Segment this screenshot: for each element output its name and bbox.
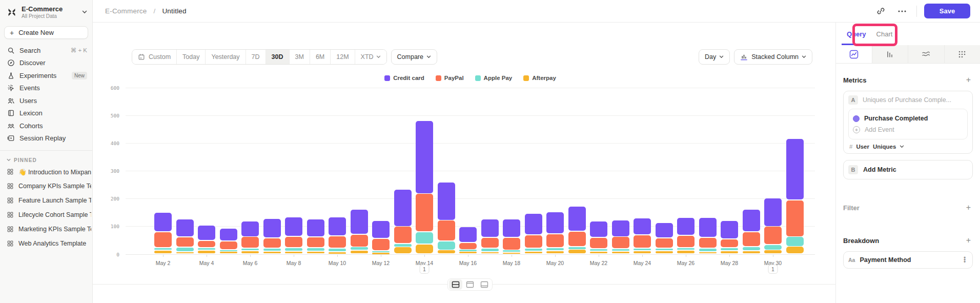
- bar-segment[interactable]: [459, 250, 477, 251]
- bar-segment[interactable]: [416, 194, 433, 231]
- range-button-30d[interactable]: 30D: [266, 50, 290, 64]
- bar-segment[interactable]: [372, 239, 390, 250]
- bar-segment[interactable]: [481, 219, 499, 236]
- bar-segment[interactable]: [634, 235, 651, 248]
- range-button-12m[interactable]: 12M: [331, 50, 355, 64]
- bar-segment[interactable]: [220, 241, 237, 249]
- bar-segment[interactable]: [568, 232, 586, 246]
- bar-segment[interactable]: [546, 234, 564, 247]
- bar-segment[interactable]: [699, 252, 717, 254]
- bar-segment[interactable]: [764, 245, 782, 249]
- bar-segment[interactable]: [677, 236, 695, 247]
- bar-segment[interactable]: [656, 223, 673, 237]
- bar-segment[interactable]: [154, 248, 172, 250]
- bar-segment[interactable]: [329, 249, 346, 252]
- bar-segment[interactable]: [416, 232, 433, 244]
- more-options-icon[interactable]: [895, 4, 909, 18]
- bar-segment[interactable]: [634, 218, 651, 235]
- bar-segment[interactable]: [351, 235, 368, 247]
- breadcrumb-project[interactable]: E-Commerce: [105, 7, 147, 15]
- bar-segment[interactable]: [285, 237, 302, 247]
- bar-segment[interactable]: [459, 252, 477, 253]
- bar-segment[interactable]: [568, 207, 586, 231]
- bar-segment[interactable]: [372, 221, 390, 238]
- bar-segment[interactable]: [699, 238, 717, 248]
- add-metric-plus-icon[interactable]: +: [964, 74, 973, 86]
- bar-segment[interactable]: [220, 229, 237, 240]
- bar-segment[interactable]: [699, 218, 717, 237]
- bar-segment[interactable]: [285, 217, 302, 236]
- bar-segment[interactable]: [503, 253, 520, 254]
- bar-segment[interactable]: [263, 252, 281, 254]
- bar-segment[interactable]: [721, 221, 738, 238]
- bar-segment[interactable]: [590, 238, 607, 248]
- bar-segment[interactable]: [394, 227, 412, 243]
- bar-segment[interactable]: [590, 252, 607, 253]
- bar-segment[interactable]: [721, 251, 738, 253]
- bar-segment[interactable]: [394, 247, 412, 253]
- bar-segment[interactable]: [568, 250, 586, 253]
- bar-segment[interactable]: [416, 121, 433, 193]
- bar-segment[interactable]: [351, 251, 368, 253]
- save-button[interactable]: Save: [924, 4, 970, 18]
- bar-segment[interactable]: [263, 249, 281, 251]
- bar-segment[interactable]: [590, 249, 607, 251]
- bar-segment[interactable]: [438, 250, 455, 253]
- pinned-section-header[interactable]: PINNED: [0, 155, 92, 165]
- pinned-board-item[interactable]: Feature Launch Sample Templa: [0, 193, 92, 208]
- bar-segment[interactable]: [699, 249, 717, 251]
- bar-segment[interactable]: [198, 251, 215, 253]
- bar-segment[interactable]: [786, 237, 804, 246]
- range-button-custom[interactable]: Custom: [132, 50, 177, 64]
- pinned-board-item[interactable]: Lifecycle Cohort Sample Temp: [0, 208, 92, 222]
- bar-segment[interactable]: [677, 248, 695, 250]
- sidebar-item-events[interactable]: Events: [0, 82, 92, 95]
- create-new-button[interactable]: + Create New: [4, 26, 88, 39]
- bar-segment[interactable]: [546, 212, 564, 234]
- bar-segment[interactable]: [394, 190, 412, 226]
- bar-segment[interactable]: [329, 236, 346, 248]
- bar-segment[interactable]: [721, 239, 738, 247]
- bar-segment[interactable]: [481, 252, 499, 254]
- bar-segment[interactable]: [743, 210, 760, 231]
- layout-toggle-panel-top[interactable]: [463, 279, 477, 290]
- bar-segment[interactable]: [263, 238, 281, 248]
- sidebar-item-discover[interactable]: Discover: [0, 57, 92, 70]
- bar-segment[interactable]: [568, 247, 586, 249]
- bar-segment[interactable]: [263, 219, 281, 238]
- bar-segment[interactable]: [307, 237, 324, 247]
- bar-segment[interactable]: [394, 244, 412, 247]
- bar-segment[interactable]: [546, 248, 564, 250]
- bar-segment[interactable]: [612, 252, 629, 254]
- bar-segment[interactable]: [525, 252, 542, 254]
- bar-segment[interactable]: [176, 219, 194, 236]
- measurement-row[interactable]: # User Uniques: [848, 144, 968, 150]
- bar-segment[interactable]: [307, 248, 324, 251]
- bar-segment[interactable]: [351, 210, 368, 234]
- bar-segment[interactable]: [786, 200, 804, 236]
- bar-segment[interactable]: [285, 252, 302, 254]
- range-button-xtd[interactable]: XTD: [355, 50, 386, 64]
- legend-item[interactable]: Afterpay: [523, 75, 556, 81]
- bar-segment[interactable]: [372, 251, 390, 253]
- bar-segment[interactable]: [764, 227, 782, 244]
- layout-toggle-panel-bottom[interactable]: [478, 279, 491, 290]
- sidebar-item-lexicon[interactable]: Lexicon: [0, 107, 92, 120]
- bar-segment[interactable]: [285, 248, 302, 251]
- bar-segment[interactable]: [481, 238, 499, 248]
- bar-segment[interactable]: [656, 251, 673, 253]
- bar-segment[interactable]: [351, 247, 368, 250]
- bar-segment[interactable]: [612, 220, 629, 236]
- bar-segment[interactable]: [438, 183, 455, 219]
- legend-item[interactable]: PayPal: [436, 75, 464, 81]
- bar-segment[interactable]: [176, 252, 194, 254]
- range-button-today[interactable]: Today: [177, 50, 206, 64]
- breakdown-item-card[interactable]: Aa Payment Method •••: [843, 251, 973, 269]
- sidebar-item-search[interactable]: Search⌘ + K: [0, 44, 92, 57]
- pinned-board-item[interactable]: Web Analytics Template: [0, 236, 92, 251]
- layout-toggle-split-horizontal[interactable]: [449, 279, 462, 290]
- add-breakdown-plus-icon[interactable]: +: [964, 235, 973, 246]
- pinned-board-item[interactable]: Marketing KPIs Sample Templat: [0, 222, 92, 236]
- bar-segment[interactable]: [677, 251, 695, 253]
- bar-segment[interactable]: [656, 238, 673, 248]
